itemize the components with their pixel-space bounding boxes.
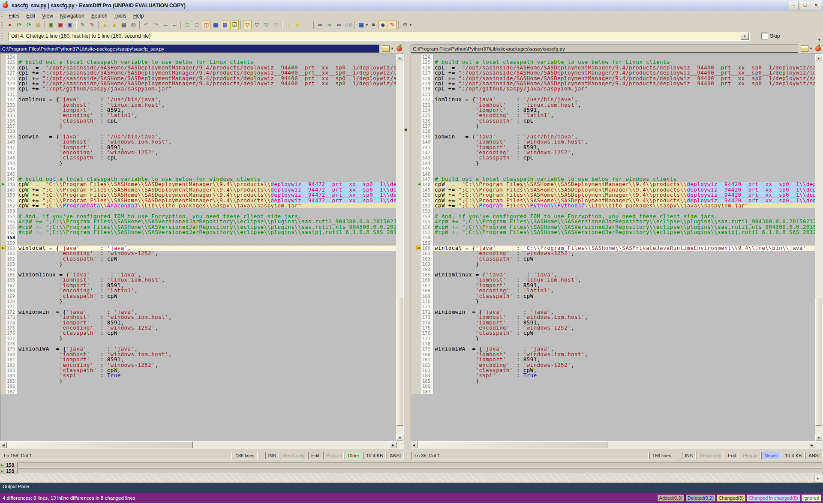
code-area-right: 124125# build out a local classpath vari…: [411, 54, 823, 441]
vertical-scrollbar-left[interactable]: ▲▼: [396, 54, 403, 441]
plugins-icon[interactable]: ◆: [378, 21, 387, 29]
options-icon[interactable]: ⚙: [401, 21, 409, 29]
expand-button[interactable]: ▶: [814, 475, 822, 483]
find-next-icon[interactable]: ∞: [325, 21, 334, 29]
show-diffs-only-icon[interactable]: ☑: [230, 21, 239, 29]
scroll-down-icon[interactable]: ▼: [396, 434, 403, 441]
scroll-left-icon[interactable]: ◀: [0, 441, 7, 448]
diff-marker: [0, 145, 6, 150]
next-diff-icon[interactable]: →: [161, 21, 169, 29]
copy-block-left-icon[interactable]: ↑: [284, 21, 293, 29]
filter-add-icon[interactable]: ▽: [262, 21, 270, 29]
edit-first-icon[interactable]: ✎: [78, 21, 87, 29]
scroll-right-icon[interactable]: ▶: [390, 441, 396, 448]
filter-icon[interactable]: ▽: [243, 21, 252, 29]
compare-icon[interactable]: ●: [6, 21, 14, 29]
hscroll-thumb[interactable]: [7, 441, 193, 448]
find-prev-icon[interactable]: ∞: [335, 21, 343, 29]
show-left-only-icon[interactable]: □: [192, 21, 201, 29]
print-dropdown-icon[interactable]: ▼: [390, 47, 394, 51]
hscroll-thumb[interactable]: [418, 441, 607, 448]
first-change-icon[interactable]: ▲: [101, 21, 109, 29]
status-edit[interactable]: Edit: [308, 452, 322, 459]
next-page-change-icon[interactable]: ▲: [110, 21, 119, 29]
minimize-button[interactable]: –: [789, 1, 799, 10]
output-pane: Output Pane: [0, 483, 823, 493]
code-line: 125# build out a local classpath variabl…: [411, 60, 815, 65]
find-icon[interactable]: ∞: [316, 21, 324, 29]
maximize-button[interactable]: □: [800, 1, 810, 10]
filter-lines-icon[interactable]: ▽: [252, 21, 261, 29]
copy-block-icon[interactable]: ■: [294, 21, 302, 29]
toolbar-overflow-chevron-icon[interactable]: ▼: [817, 38, 821, 42]
file-status-bar-left: Ln 158, Col 1186 linesINSRead-onlyEditPl…: [0, 450, 404, 461]
match-case-icon[interactable]: AB: [344, 21, 353, 29]
diff-arrow-icon: ▶: [1, 463, 6, 467]
vscroll-thumb[interactable]: [396, 298, 403, 426]
scroll-up-icon[interactable]: ▲: [815, 54, 822, 61]
menu-search[interactable]: Search: [88, 12, 111, 20]
diff-marker: [0, 102, 6, 108]
print-icon[interactable]: ▤: [120, 21, 128, 29]
split-view-icon[interactable]: ▦: [211, 21, 220, 29]
skip-checkbox[interactable]: [762, 33, 768, 39]
menu-tools[interactable]: Tools: [111, 12, 130, 20]
splitter-handle[interactable]: [405, 129, 407, 131]
recompare-icon[interactable]: ⟳: [15, 21, 24, 29]
menu-edit[interactable]: Edit: [23, 12, 39, 20]
print-icon[interactable]: [382, 45, 390, 52]
save-icon[interactable]: ▣: [47, 21, 55, 29]
redo-icon[interactable]: ↷: [151, 21, 160, 29]
sync-scroll-icon[interactable]: ▩: [221, 21, 229, 29]
current-diff-combo[interactable]: Diff 4: Change 1 line (160, first file) …: [9, 32, 750, 41]
diff-combo-dropdown-icon[interactable]: ▼: [741, 33, 749, 40]
line-details-icon[interactable]: ≡: [369, 21, 378, 29]
menu-help[interactable]: Help: [130, 12, 147, 20]
code-text: cpL += ":/opt/sasinside/SASHome/SASDeplo…: [433, 70, 815, 75]
menu-navigation[interactable]: Navigation: [57, 12, 88, 20]
line-number: 187: [6, 389, 17, 394]
view-options-icon[interactable]: ▦: [357, 21, 366, 29]
toolbar-grip[interactable]: [1, 22, 3, 28]
close-button[interactable]: ✕: [811, 1, 821, 10]
menu-grip[interactable]: [1, 12, 3, 18]
scroll-down-icon[interactable]: ▼: [815, 434, 822, 441]
highlight-options-icon[interactable]: ✎: [388, 21, 396, 29]
line-number: 184: [421, 373, 433, 378]
print-dropdown-icon[interactable]: ▼: [809, 47, 813, 51]
save-second-icon[interactable]: ▣: [66, 21, 74, 29]
swap-panes-icon[interactable]: ⟳: [24, 21, 33, 29]
horizontal-scrollbar-right[interactable]: ◀▶: [411, 441, 823, 449]
diffbar-grip[interactable]: [1, 33, 3, 39]
edit-second-icon[interactable]: ✎: [88, 21, 96, 29]
print-icon[interactable]: [801, 45, 808, 52]
undo-icon[interactable]: ↶: [142, 21, 150, 29]
examdiff-window: sascfg_sav.py | sascfg.py - ExamDiff Pro…: [0, 0, 823, 504]
vertical-scrollbar-right[interactable]: ▲▼: [815, 54, 822, 441]
menu-files[interactable]: Files: [5, 12, 23, 20]
open-files-icon[interactable]: ▤: [34, 21, 42, 29]
edit-line-field[interactable]: [17, 462, 822, 468]
show-right-only-icon[interactable]: ◫: [202, 21, 210, 29]
scroll-up-icon[interactable]: ▲: [396, 54, 403, 61]
show-identical-icon[interactable]: □: [183, 21, 192, 29]
menu-view[interactable]: View: [39, 12, 57, 20]
print-preview-icon[interactable]: ◎: [129, 21, 138, 29]
save-first-icon[interactable]: ▣: [56, 21, 65, 29]
output-pane-splitter[interactable]: ▶: [0, 474, 823, 483]
vscroll-thumb[interactable]: [815, 298, 822, 426]
line-number: 143: [6, 155, 17, 160]
horizontal-scrollbar-left[interactable]: ◀▶: [0, 441, 404, 449]
view-options-icon-dropdown[interactable]: ▼: [365, 23, 369, 27]
code-line: 179winiomIWA = {'java' : 'java',: [0, 346, 396, 351]
prev-diff-icon[interactable]: ←: [170, 21, 179, 29]
scroll-right-icon[interactable]: ▶: [808, 441, 815, 448]
filter-clear-icon[interactable]: ▽: [271, 21, 280, 29]
scroll-left-icon[interactable]: ◀: [411, 441, 418, 448]
diff-marker: [0, 336, 6, 341]
edit-line-field[interactable]: [17, 468, 822, 474]
options-icon-dropdown[interactable]: ▼: [409, 23, 412, 27]
code-line: 166 'iomhost' : 'linux.iom.host',: [0, 277, 396, 282]
copy-block-right-icon[interactable]: ↓: [303, 21, 312, 29]
status-edit[interactable]: Edit: [725, 452, 739, 459]
